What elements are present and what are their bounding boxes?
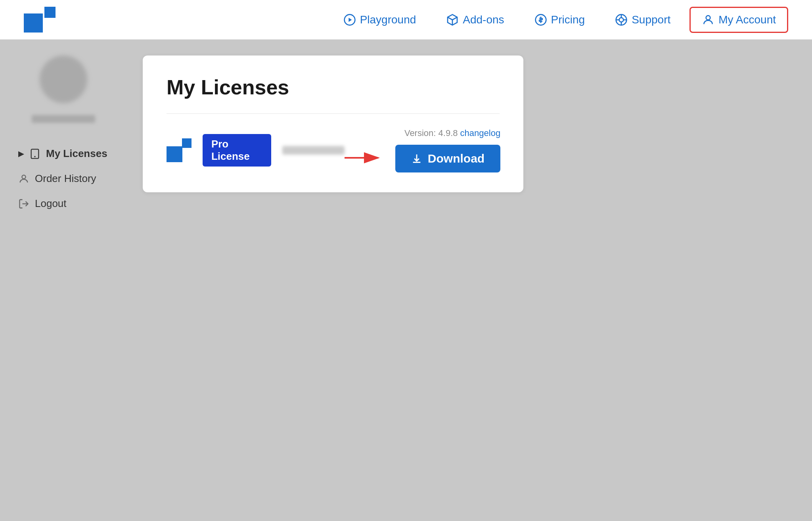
sidebar-item-order-history[interactable]: Order History [12, 168, 115, 190]
header: Playground Add-ons Pricing [0, 0, 812, 40]
download-icon [411, 153, 422, 164]
nav-item-pricing[interactable]: Pricing [523, 8, 596, 32]
download-button[interactable]: Download [395, 145, 500, 172]
changelog-link[interactable]: changelog [460, 128, 501, 138]
nav-label-playground: Playground [360, 13, 416, 26]
version-label: Version: [404, 128, 436, 138]
logo-icon [24, 7, 56, 33]
license-right: Version: 4.9.8 changelog [345, 128, 500, 172]
sidebar-item-logout[interactable]: Logout [12, 193, 115, 215]
license-left: Pro License [167, 134, 345, 167]
svg-point-16 [22, 175, 25, 178]
sidebar-label-order-history: Order History [35, 172, 96, 185]
avatar [40, 56, 87, 103]
tablet-icon [29, 148, 40, 159]
nav-item-my-account[interactable]: My Account [689, 7, 788, 33]
user-icon [702, 13, 714, 26]
divider [167, 113, 500, 114]
username-blur [32, 115, 95, 123]
product-logo [167, 138, 192, 162]
content-area: My Licenses Pro License Version: 4. [127, 40, 812, 521]
nav-item-playground[interactable]: Playground [332, 8, 427, 32]
arrow-svg [345, 150, 384, 166]
arrow-indicator [345, 148, 384, 169]
svg-marker-1 [349, 17, 352, 22]
nav-label-pricing: Pricing [551, 13, 585, 26]
person-icon [18, 173, 29, 184]
nav-label-my-account: My Account [718, 13, 776, 26]
play-icon [343, 13, 356, 26]
logout-icon [18, 198, 29, 209]
product-name-blur [282, 146, 345, 155]
support-icon [615, 13, 628, 26]
version-number: 4.9.8 [439, 128, 458, 138]
cube-icon [446, 13, 459, 26]
svg-line-4 [452, 17, 457, 20]
main-layout: ▶ My Licenses Order History [0, 40, 812, 521]
sidebar-nav: ▶ My Licenses Order History [12, 143, 115, 215]
logo[interactable] [24, 7, 56, 33]
sidebar-item-my-licenses[interactable]: ▶ My Licenses [12, 143, 115, 165]
license-row: Pro License Version: 4.9.8 changelog [167, 128, 500, 172]
svg-line-3 [448, 17, 452, 20]
chevron-right-icon: ▶ [18, 149, 24, 158]
nav-label-addons: Add-ons [463, 13, 504, 26]
license-card: My Licenses Pro License Version: 4. [143, 56, 523, 192]
sidebar-label-my-licenses: My Licenses [46, 147, 107, 160]
dollar-icon [534, 13, 547, 26]
nav-label-support: Support [632, 13, 670, 26]
pro-badge: Pro License [203, 134, 271, 167]
sidebar: ▶ My Licenses Order History [0, 40, 127, 521]
page-title: My Licenses [167, 75, 500, 99]
nav-item-support[interactable]: Support [604, 8, 682, 32]
download-label: Download [428, 152, 485, 165]
nav-item-addons[interactable]: Add-ons [435, 8, 515, 32]
version-info: Version: 4.9.8 changelog [404, 128, 500, 138]
nav: Playground Add-ons Pricing [332, 7, 788, 33]
sidebar-label-logout: Logout [35, 197, 67, 210]
svg-point-13 [706, 15, 710, 20]
license-actions: Download [345, 145, 500, 172]
svg-point-8 [619, 17, 624, 22]
